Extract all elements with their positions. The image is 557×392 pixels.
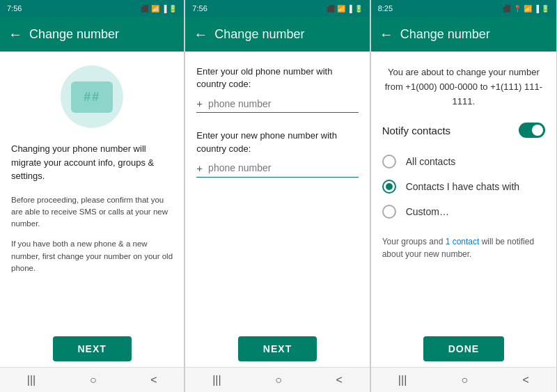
back-nav-icon-3[interactable]: <: [523, 374, 529, 386]
next-button-1[interactable]: NEXT: [53, 336, 132, 361]
old-number-input-row: +: [196, 97, 358, 113]
wifi-icon-3: 📶: [524, 5, 532, 13]
icon-container: [11, 65, 173, 128]
old-phone-input[interactable]: [208, 98, 359, 109]
panel3-footer: DONE: [371, 328, 556, 367]
old-number-display: +1(000) 000-0000: [405, 81, 478, 92]
status-bar-1: 7:56 ⬛ 📶 ▐ 🔋: [0, 0, 184, 17]
notify-contacts-row: Notify contacts: [382, 123, 545, 138]
panel1-content: Changing your phone number will migrate …: [0, 52, 184, 328]
plus-sign-1: +: [196, 97, 203, 109]
radio-circle-all: [382, 155, 396, 168]
battery-icon-2: 🔋: [354, 5, 363, 13]
home-nav-icon-2[interactable]: ○: [275, 374, 282, 386]
back-button-1[interactable]: ←: [8, 26, 22, 42]
panel2-footer: NEXT: [185, 328, 369, 367]
plus-sign-2: +: [196, 162, 203, 174]
radio-all-contacts[interactable]: All contacts: [382, 149, 545, 174]
panel-3: 8:25 ⬛ 📍 📶 ▐ 🔋 ← Change number You are a…: [371, 0, 557, 392]
battery-icon: 🔋: [168, 5, 177, 13]
radio-chats-contacts[interactable]: Contacts I have chats with: [382, 174, 545, 199]
nav-bar-2: ||| ○ <: [185, 367, 369, 392]
signal-icon: ▐: [162, 5, 166, 13]
radio-label-custom: Custom…: [406, 206, 449, 217]
menu-nav-icon-1[interactable]: |||: [27, 374, 36, 386]
status-icons-2: ⬛ 📶 ▐ 🔋: [327, 5, 363, 13]
next-button-2[interactable]: NEXT: [238, 336, 317, 361]
status-bar-2: 7:56 ⬛ 📶 ▐ 🔋: [185, 0, 369, 17]
radio-circle-chats: [382, 180, 396, 194]
new-number-label: Enter your new phone number with country…: [196, 130, 358, 155]
menu-nav-icon-3[interactable]: |||: [398, 374, 407, 386]
menu-nav-icon-2[interactable]: |||: [212, 374, 221, 386]
old-number-label: Enter your old phone number with country…: [196, 65, 358, 91]
back-button-3[interactable]: ←: [379, 26, 393, 42]
nav-bar-1: ||| ○ <: [0, 367, 184, 392]
time-1: 7:56: [7, 4, 22, 13]
nav-bar-3: ||| ○ <: [371, 367, 556, 392]
signal-icon-2: ▐: [347, 5, 352, 13]
radio-label-chats: Contacts I have chats with: [406, 181, 519, 192]
top-title-1: Change number: [29, 27, 119, 42]
photo-icon-3: ⬛: [503, 5, 511, 13]
radio-custom[interactable]: Custom…: [382, 199, 545, 224]
notify-label: Notify contacts: [382, 125, 450, 136]
done-button[interactable]: DONE: [423, 336, 504, 361]
top-title-3: Change number: [400, 27, 490, 42]
panel2-content: Enter your old phone number with country…: [185, 52, 369, 328]
top-bar-2: ← Change number: [185, 17, 369, 52]
groups-notice: Your groups and 1 contact will be notifi…: [382, 235, 545, 260]
panel1-footer: NEXT: [0, 328, 184, 367]
status-icons-3: ⬛ 📍 📶 ▐ 🔋: [503, 5, 549, 13]
note2-text: If you have both a new phone & a new num…: [11, 238, 173, 274]
panel-1: 7:56 ⬛ 📶 ▐ 🔋 ← Change number Changing yo…: [0, 0, 185, 392]
new-phone-input[interactable]: [208, 162, 359, 173]
home-nav-icon-3[interactable]: ○: [462, 374, 469, 386]
time-3: 8:25: [378, 4, 393, 13]
location-icon: 📍: [513, 5, 521, 13]
photo-icon-2: ⬛: [327, 5, 335, 13]
back-nav-icon-1[interactable]: <: [150, 374, 157, 386]
desc-text: Changing your phone number will migrate …: [11, 142, 173, 183]
status-bar-3: 8:25 ⬛ 📍 📶 ▐ 🔋: [371, 0, 556, 17]
photo-icon: ⬛: [141, 5, 149, 13]
time-2: 7:56: [192, 4, 207, 13]
top-bar-3: ← Change number: [371, 17, 556, 52]
phone-grid-icon: [71, 81, 113, 113]
wifi-icon-2: 📶: [337, 5, 345, 13]
panel-2: 7:56 ⬛ 📶 ▐ 🔋 ← Change number Enter your …: [185, 0, 370, 392]
wifi-icon: 📶: [151, 5, 159, 13]
change-notice-text: You are about to change your number from…: [382, 65, 545, 109]
notice-suffix: .: [473, 96, 476, 107]
contact-link[interactable]: 1 contact: [446, 237, 480, 246]
top-bar-1: ← Change number: [0, 17, 184, 52]
home-nav-icon-1[interactable]: ○: [90, 374, 97, 386]
groups-notice-prefix: Your groups and: [382, 237, 446, 246]
icon-circle: [61, 65, 123, 128]
notice-mid: to: [478, 81, 490, 92]
back-nav-icon-2[interactable]: <: [336, 374, 343, 386]
signal-icon-3: ▐: [534, 5, 539, 13]
radio-circle-custom: [382, 205, 396, 219]
note1-text: Before proceeding, please confirm that y…: [11, 194, 173, 230]
radio-label-all: All contacts: [406, 156, 456, 167]
new-number-input-row: +: [196, 162, 358, 178]
battery-icon-3: 🔋: [541, 5, 549, 13]
panel3-content: You are about to change your number from…: [371, 52, 556, 328]
notify-toggle[interactable]: [519, 123, 545, 138]
back-button-2[interactable]: ←: [194, 26, 207, 42]
top-title-2: Change number: [214, 27, 304, 42]
status-icons-1: ⬛ 📶 ▐ 🔋: [141, 5, 177, 13]
